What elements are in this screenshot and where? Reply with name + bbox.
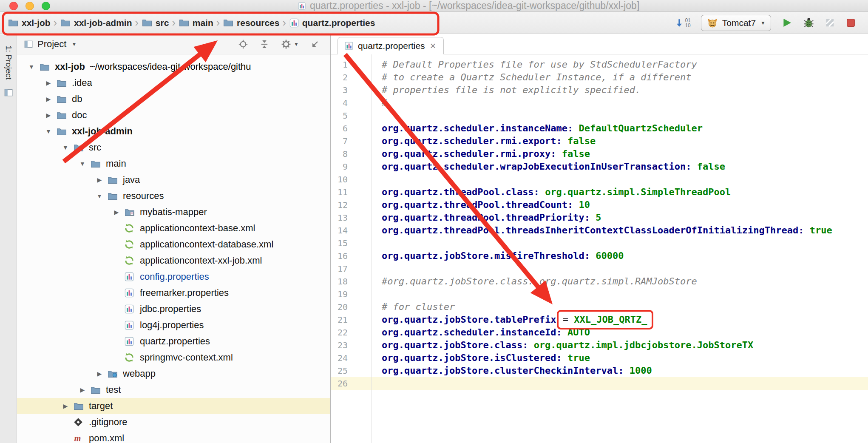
code-line-10[interactable]: 10 [331,173,868,186]
incoming-count-bottom: 10 [685,23,690,28]
code-line-9[interactable]: 9org.quartz.scheduler.wrapJobExecutionIn… [331,160,868,173]
code-line-11[interactable]: 11org.quartz.threadPool.class: org.quart… [331,186,868,199]
code-line-21[interactable]: 21org.quartz.jobStore.tablePrefix = XXL_… [331,313,868,326]
breadcrumb-label: resources [237,18,279,28]
code-line-8[interactable]: 8org.quartz.scheduler.rmi.proxy: false [331,148,868,160]
line-text [372,173,382,186]
code-line-2[interactable]: 2# to create a Quartz Scheduler Instance… [331,71,868,84]
tree-item-springmvc-context.xml[interactable]: springmvc-context.xml [17,349,330,366]
code-line-16[interactable]: 16org.quartz.jobStore.misfireThreshold: … [331,250,868,262]
line-text: org.quartz.jobStore.class: org.quartz.im… [372,339,753,352]
expander-closed-icon[interactable]: ▶ [92,176,107,183]
code-line-15[interactable]: 15 [331,237,868,250]
tree-item-freemarker.properties[interactable]: freemarker.properties [17,285,330,301]
tree-item-java[interactable]: ▶java [17,172,330,188]
line-text: org.quartz.threadPool.threadsInheritCont… [372,224,832,237]
code-line-19[interactable]: 19 [331,288,868,301]
code-line-5[interactable]: 5 [331,109,868,122]
line-text [372,262,382,275]
tree-item-.idea[interactable]: ▶.idea [17,75,330,91]
tree-item-label: log4j.properties [140,320,204,331]
project-tree: ▼xxl-job~/workspaces/idea-git-workspace/… [17,54,330,443]
locate-icon[interactable] [238,39,248,49]
run-configuration-select[interactable]: Tomcat7 ▼ [701,15,771,31]
code-line-23[interactable]: 23org.quartz.jobStore.class: org.quartz.… [331,339,868,352]
close-tab-icon[interactable]: × [429,42,437,50]
expander-open-icon[interactable]: ▼ [75,160,90,167]
expander-closed-icon[interactable]: ▶ [109,209,124,216]
zoom-window-icon[interactable] [42,2,50,10]
breadcrumb-item-xxl-job-admin[interactable]: xxl-job-admin [58,18,134,28]
incoming-changes-indicator[interactable]: 01 10 [675,18,690,28]
collapse-all-icon[interactable] [259,39,269,49]
minimize-window-icon[interactable] [26,2,34,10]
expander-closed-icon[interactable]: ▶ [92,370,107,377]
code-line-12[interactable]: 12org.quartz.threadPool.threadCount: 10 [331,199,868,211]
hide-panel-icon[interactable] [310,39,320,49]
tree-item-test[interactable]: ▶test [17,382,330,398]
tree-item-applicationcontext-database.xml[interactable]: applicationcontext-database.xml [17,236,330,253]
code-line-14[interactable]: 14org.quartz.threadPool.threadsInheritCo… [331,224,868,237]
close-window-icon[interactable] [9,2,18,10]
tab-quartz-properties[interactable]: quartz.properties × [338,37,444,54]
tree-item-xxl-job-admin[interactable]: ▼xxl-job-admin [17,123,330,139]
expander-closed-icon[interactable]: ▶ [41,96,56,102]
code-line-7[interactable]: 7org.quartz.scheduler.rmi.export: false [331,135,868,148]
code-line-25[interactable]: 25org.quartz.jobStore.clusterCheckinInte… [331,364,868,377]
tree-item-quartz.properties[interactable]: quartz.properties [17,333,330,349]
stop-button[interactable] [845,17,856,28]
tree-item-label: applicationcontext-xxl-job.xml [140,255,262,266]
expander-open-icon[interactable]: ▼ [24,63,39,70]
debug-button[interactable] [803,17,814,28]
code-line-1[interactable]: 1# Default Properties file for use by St… [331,58,868,71]
tree-item-applicationcontext-base.xml[interactable]: applicationcontext-base.xml [17,220,330,236]
tree-item-.gitignore[interactable]: .gitignore [17,414,330,430]
tree-item-applicationcontext-xxl-job.xml[interactable]: applicationcontext-xxl-job.xml [17,253,330,269]
breadcrumb-item-quartz.properties[interactable]: quartz.properties [287,18,377,28]
code-line-4[interactable]: 4# [331,97,868,109]
tree-item-xxl-job[interactable]: ▼xxl-job~/workspaces/idea-git-workspace/… [17,59,330,75]
tool-window-icon[interactable] [4,88,13,97]
expander-open-icon[interactable]: ▼ [92,193,107,199]
tree-item-db[interactable]: ▶db [17,91,330,107]
expander-closed-icon[interactable]: ▶ [41,112,56,119]
tree-item-doc[interactable]: ▶doc [17,107,330,123]
tree-item-mybatis-mapper[interactable]: ▶mybatis-mapper [17,204,330,220]
run-button[interactable] [781,17,793,28]
code-line-3[interactable]: 3# properties file is not explicitly spe… [331,84,868,97]
expander-open-icon[interactable]: ▼ [41,128,56,135]
tree-item-target[interactable]: ▶target [17,398,330,414]
tree-item-webapp[interactable]: ▶webapp [17,366,330,382]
tree-item-config.properties[interactable]: config.properties [17,269,330,285]
tree-item-src[interactable]: ▼src [17,139,330,156]
tree-item-label: .gitignore [89,417,128,428]
breadcrumb-label: xxl-job [22,18,51,28]
tree-item-log4j.properties[interactable]: log4j.properties [17,317,330,333]
breadcrumb-item-xxl-job[interactable]: xxl-job [6,18,52,28]
line-number: 10 [331,173,372,186]
tree-item-pom.xml[interactable]: mpom.xml [17,430,330,443]
tree-item-main[interactable]: ▼main [17,156,330,172]
expander-open-icon[interactable]: ▼ [58,144,73,151]
chevron-down-icon[interactable]: ▼ [71,41,77,47]
code-line-24[interactable]: 24org.quartz.jobStore.isClustered: true [331,352,868,364]
expander-closed-icon[interactable]: ▶ [58,403,73,409]
project-panel-title[interactable]: Project [37,39,66,50]
settings-button[interactable]: ▼ [281,39,299,50]
code-line-6[interactable]: 6org.quartz.scheduler.instanceName: Defa… [331,122,868,135]
breadcrumb-item-main[interactable]: main [177,18,215,28]
code-line-13[interactable]: 13org.quartz.threadPool.threadPriority: … [331,211,868,224]
tree-item-resources[interactable]: ▼resources [17,188,330,204]
expander-closed-icon[interactable]: ▶ [41,80,56,86]
tree-item-jdbc.properties[interactable]: jdbc.properties [17,301,330,317]
project-stripe-button[interactable]: 1: Project [4,45,13,80]
expander-closed-icon[interactable]: ▶ [75,386,90,393]
breadcrumb-item-resources[interactable]: resources [221,18,281,28]
line-text: org.quartz.threadPool.threadPriority: 5 [372,211,601,224]
coverage-button[interactable] [825,17,835,28]
code-line-26[interactable]: 26 [331,377,868,390]
code-area[interactable]: 1# Default Properties file for use by St… [331,54,868,443]
code-line-18[interactable]: 18#org.quartz.jobStore.class: org.quartz… [331,275,868,288]
code-line-17[interactable]: 17 [331,262,868,275]
breadcrumb-item-src[interactable]: src [140,18,171,28]
